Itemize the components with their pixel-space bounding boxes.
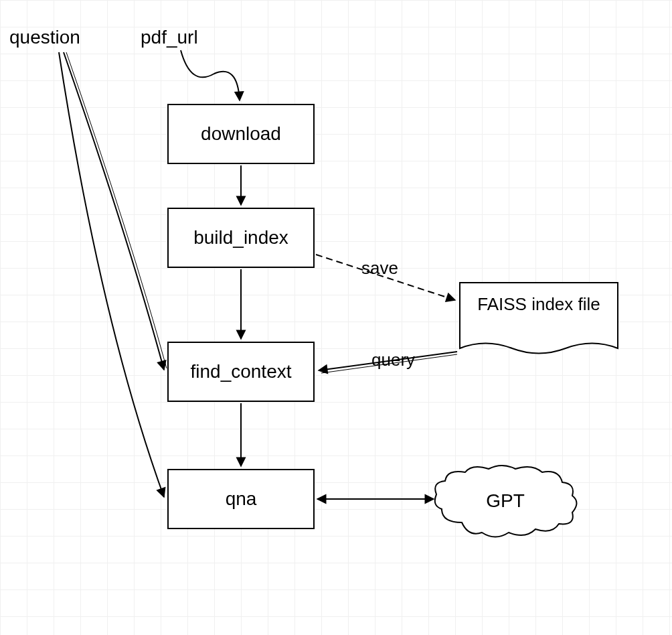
node-qna-label: qna — [226, 488, 257, 510]
node-download-label: download — [201, 123, 281, 145]
node-find-context: find_context — [167, 342, 315, 402]
node-qna: qna — [167, 469, 315, 529]
node-faiss-label: FAISS index file — [477, 294, 600, 314]
node-download: download — [167, 104, 315, 164]
node-build-index-label: build_index — [193, 227, 288, 249]
node-gpt-label: GPT — [486, 490, 525, 511]
edge-query-label: query — [371, 350, 415, 370]
input-question-label: question — [9, 27, 80, 48]
node-build-index: build_index — [167, 208, 315, 268]
input-pdfurl-label: pdf_url — [141, 27, 198, 48]
node-faiss: FAISS index file — [458, 281, 619, 362]
node-gpt: GPT — [428, 462, 582, 543]
arrow-pdfurl-to-download — [181, 50, 240, 100]
arrow-question-to-qna — [59, 52, 164, 497]
arrow-question-to-findcontext — [64, 52, 164, 370]
edge-save-label: save — [361, 258, 398, 279]
node-find-context-label: find_context — [191, 361, 292, 382]
